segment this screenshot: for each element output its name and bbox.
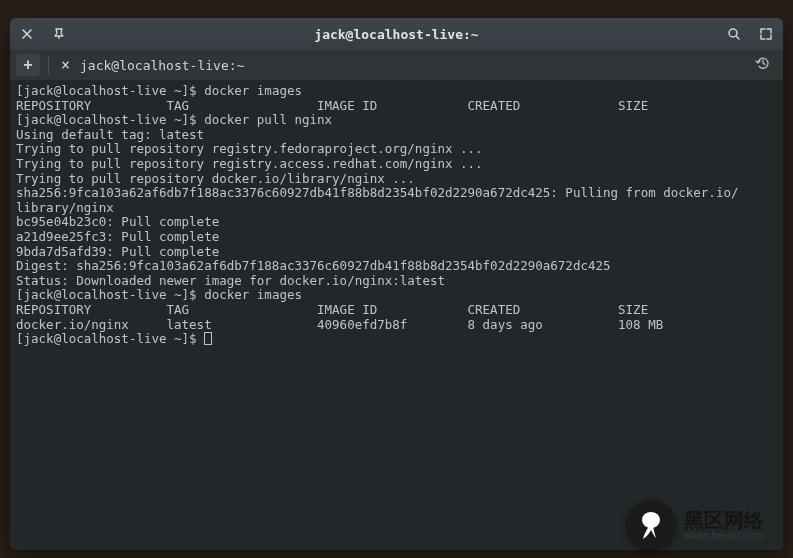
prompt: [jack@localhost-live ~]$ (16, 112, 204, 127)
titlebar: jack@localhost-live:~ (10, 18, 783, 50)
maximize-icon[interactable] (757, 25, 775, 43)
cursor (204, 332, 212, 345)
tab-label: jack@localhost-live:~ (80, 58, 244, 73)
output-line: Using default tag: latest (16, 127, 204, 142)
window-title: jack@localhost-live:~ (98, 27, 695, 42)
titlebar-left (18, 25, 98, 43)
output-line: Trying to pull repository registry.fedor… (16, 141, 483, 156)
prompt: [jack@localhost-live ~]$ (16, 331, 204, 346)
output-line: Trying to pull repository docker.io/libr… (16, 171, 415, 186)
history-icon[interactable] (755, 55, 771, 75)
output-line: Digest: sha256:9fca103a62af6db7f188ac337… (16, 258, 611, 273)
close-icon[interactable] (18, 25, 36, 43)
prompt: [jack@localhost-live ~]$ (16, 287, 204, 302)
output-line: sha256:9fca103a62af6db7f188ac3376c60927d… (16, 185, 738, 200)
output-line: docker.io/nginx latest 40960efd7b8f 8 da… (16, 317, 663, 332)
output-line: REPOSITORY TAG IMAGE ID CREATED SIZE (16, 302, 648, 317)
output-line: REPOSITORY TAG IMAGE ID CREATED SIZE (16, 98, 648, 113)
output-line: library/nginx (16, 200, 114, 215)
command-text: docker pull nginx (204, 112, 332, 127)
output-line: Status: Downloaded newer image for docke… (16, 273, 445, 288)
output-line: 9bda7d5afd39: Pull complete (16, 244, 219, 259)
output-line: Trying to pull repository registry.acces… (16, 156, 483, 171)
command-text: docker images (204, 287, 302, 302)
new-tab-button[interactable]: + (16, 54, 40, 76)
command-text: docker images (204, 83, 302, 98)
output-line: a21d9ee25fc3: Pull complete (16, 229, 219, 244)
tab-terminal[interactable]: × jack@localhost-live:~ (55, 56, 250, 74)
terminal-body[interactable]: [jack@localhost-live ~]$ docker images R… (10, 80, 783, 550)
titlebar-right (695, 25, 775, 43)
pin-icon[interactable] (50, 25, 68, 43)
search-icon[interactable] (725, 25, 743, 43)
output-line: bc95e04b23c0: Pull complete (16, 214, 219, 229)
terminal-window: jack@localhost-live:~ + × jack@localhost… (10, 18, 783, 550)
tabbar: + × jack@localhost-live:~ (10, 50, 783, 80)
divider (48, 56, 49, 74)
prompt: [jack@localhost-live ~]$ (16, 83, 204, 98)
tab-close-icon[interactable]: × (61, 56, 70, 74)
